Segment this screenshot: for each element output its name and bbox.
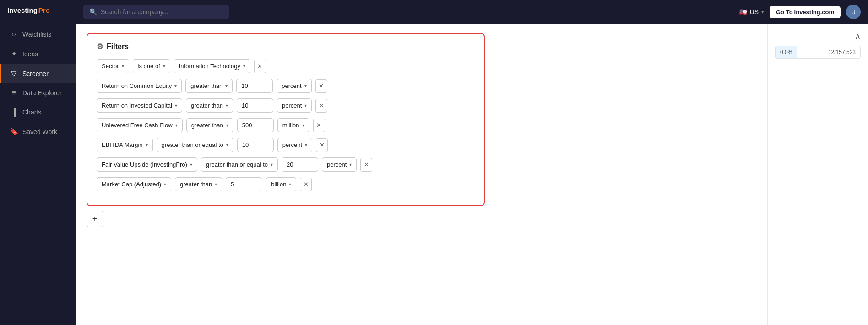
filter-value-roe[interactable] bbox=[236, 79, 273, 93]
sidebar-item-charts[interactable]: ▐ Charts bbox=[0, 103, 76, 122]
screener-icon: ▽ bbox=[10, 69, 18, 78]
filter-field-market-cap-label: Market Cap (Adjusted) bbox=[102, 181, 161, 188]
roe-op-chevron-icon: ▾ bbox=[225, 83, 228, 88]
go-to-label: Go To bbox=[776, 9, 793, 16]
filter-field-roic-label: Return on Invested Capital bbox=[102, 102, 172, 109]
filter-field-sector-label: Sector bbox=[102, 63, 119, 70]
filter-operator-fair-value[interactable]: greater than or equal to ▾ bbox=[201, 157, 278, 172]
add-filter-button[interactable]: + bbox=[87, 211, 103, 227]
ebitda-chevron-icon: ▾ bbox=[146, 142, 148, 147]
result-percentage: 0.0% bbox=[776, 46, 797, 58]
region-selector[interactable]: 🇺🇸 US ▾ bbox=[739, 8, 764, 16]
remove-filter-fcf[interactable]: ✕ bbox=[313, 119, 325, 132]
roic-chevron-icon: ▾ bbox=[175, 103, 177, 108]
sidebar-nav: ○ Watchlists ✦ Ideas ▽ Screener ≡ Data E… bbox=[0, 21, 76, 145]
filter-operator-roe-label: greater than bbox=[190, 82, 222, 89]
filters-panel: ⚙ Filters Sector ▾ is one of ▾ Informati… bbox=[87, 33, 485, 206]
sidebar-label-charts: Charts bbox=[22, 108, 41, 116]
search-box[interactable]: 🔍 Search for a company... bbox=[83, 5, 229, 19]
filter-field-roe[interactable]: Return on Common Equity ▾ bbox=[97, 79, 182, 93]
filter-value-ebitda[interactable] bbox=[237, 138, 274, 152]
market-cap-op-chevron-icon: ▾ bbox=[215, 182, 217, 187]
sidebar-item-saved-work[interactable]: 🔖 Saved Work bbox=[0, 122, 76, 141]
roic-unit-chevron-icon: ▾ bbox=[304, 103, 307, 108]
fcf-unit-chevron-icon: ▾ bbox=[302, 123, 304, 128]
sidebar-item-ideas[interactable]: ✦ Ideas bbox=[0, 44, 76, 64]
result-count: 12/157,523 bbox=[824, 46, 860, 58]
gear-icon: ⚙ bbox=[97, 42, 103, 51]
filter-value-sector[interactable]: Information Technology ▾ bbox=[174, 59, 250, 73]
filter-field-fair-value-label: Fair Value Upside (InvestingPro) bbox=[102, 161, 187, 168]
remove-filter-market-cap[interactable]: ✕ bbox=[300, 178, 312, 191]
filter-field-fair-value[interactable]: Fair Value Upside (InvestingPro) ▾ bbox=[97, 157, 197, 172]
filter-value-market-cap[interactable] bbox=[226, 177, 262, 191]
filter-operator-roic-label: greater than bbox=[191, 102, 223, 109]
sidebar-item-watchlists[interactable]: ○ Watchlists bbox=[0, 25, 76, 44]
filter-operator-ebitda-label: greater than or equal to bbox=[162, 141, 223, 148]
fcf-chevron-icon: ▾ bbox=[175, 123, 178, 128]
filter-value-fair-value[interactable] bbox=[282, 157, 318, 172]
sector-val-chevron-icon: ▾ bbox=[243, 64, 245, 69]
sidebar-label-watchlists: Watchlists bbox=[22, 31, 51, 38]
filter-row-roe: Return on Common Equity ▾ greater than ▾… bbox=[97, 79, 475, 93]
filter-row-market-cap: Market Cap (Adjusted) ▾ greater than ▾ b… bbox=[97, 177, 475, 191]
go-to-site: Investing.com bbox=[794, 9, 834, 16]
user-avatar[interactable]: U bbox=[846, 5, 861, 19]
topbar: 🔍 Search for a company... 🇺🇸 US ▾ Go To … bbox=[76, 0, 868, 24]
sidebar-label-data-explorer: Data Explorer bbox=[22, 89, 62, 97]
filter-unit-market-cap-label: billion bbox=[271, 181, 286, 188]
filter-field-roic[interactable]: Return on Invested Capital ▾ bbox=[97, 98, 182, 113]
sidebar-item-data-explorer[interactable]: ≡ Data Explorer bbox=[0, 83, 76, 103]
filter-field-ebitda[interactable]: EBITDA Margin ▾ bbox=[97, 138, 153, 152]
region-chevron-icon: ▾ bbox=[761, 9, 764, 15]
filter-operator-fcf[interactable]: greater than ▾ bbox=[186, 118, 233, 132]
ideas-icon: ✦ bbox=[10, 49, 18, 58]
remove-filter-roic[interactable]: ✕ bbox=[315, 99, 327, 113]
sidebar: InvestingPro ○ Watchlists ✦ Ideas ▽ Scre… bbox=[0, 0, 76, 325]
filter-operator-fcf-label: greater than bbox=[191, 122, 223, 129]
filter-field-market-cap[interactable]: Market Cap (Adjusted) ▾ bbox=[97, 177, 171, 191]
filter-operator-roic[interactable]: greater than ▾ bbox=[186, 98, 233, 113]
sector-chevron-icon: ▾ bbox=[122, 64, 124, 69]
filter-value-roic[interactable] bbox=[237, 98, 273, 113]
filter-unit-roe[interactable]: percent ▾ bbox=[277, 79, 311, 93]
sidebar-label-ideas: Ideas bbox=[22, 50, 38, 58]
fair-value-op-chevron-icon: ▾ bbox=[271, 162, 273, 167]
watchlists-icon: ○ bbox=[10, 30, 18, 38]
filters-header: ⚙ Filters bbox=[97, 42, 475, 51]
roe-unit-chevron-icon: ▾ bbox=[304, 83, 307, 88]
go-to-button[interactable]: Go To Investing.com bbox=[770, 6, 841, 18]
main-area: 🔍 Search for a company... 🇺🇸 US ▾ Go To … bbox=[76, 0, 868, 325]
sidebar-item-screener[interactable]: ▽ Screener bbox=[0, 64, 76, 83]
remove-filter-fair-value[interactable]: ✕ bbox=[360, 158, 372, 172]
filter-unit-fcf-label: million bbox=[282, 122, 299, 129]
filter-operator-sector[interactable]: is one of ▾ bbox=[133, 59, 170, 73]
filter-row-fair-value: Fair Value Upside (InvestingPro) ▾ great… bbox=[97, 157, 475, 172]
filters-title: Filters bbox=[107, 43, 129, 51]
filter-unit-roic[interactable]: percent ▾ bbox=[277, 98, 312, 113]
filter-unit-fair-value[interactable]: percent ▾ bbox=[322, 157, 357, 172]
filter-unit-ebitda-label: percent bbox=[282, 141, 302, 148]
search-placeholder: Search for a company... bbox=[101, 8, 168, 16]
collapse-button[interactable]: ∧ bbox=[855, 31, 861, 41]
sidebar-label-screener: Screener bbox=[22, 70, 49, 77]
filter-unit-fair-value-label: percent bbox=[327, 161, 347, 168]
filter-unit-ebitda[interactable]: percent ▾ bbox=[277, 138, 312, 152]
remove-filter-roe[interactable]: ✕ bbox=[315, 79, 327, 93]
filter-operator-roe[interactable]: greater than ▾ bbox=[185, 79, 233, 93]
ebitda-unit-chevron-icon: ▾ bbox=[305, 142, 307, 147]
remove-filter-ebitda[interactable]: ✕ bbox=[316, 138, 328, 152]
remove-filter-sector[interactable]: ✕ bbox=[254, 60, 266, 73]
filter-field-sector[interactable]: Sector ▾ bbox=[97, 59, 129, 73]
filter-field-fcf[interactable]: Unlevered Free Cash Flow ▾ bbox=[97, 118, 183, 132]
ebitda-op-chevron-icon: ▾ bbox=[226, 142, 228, 147]
fair-value-unit-chevron-icon: ▾ bbox=[349, 162, 352, 167]
filter-operator-ebitda[interactable]: greater than or equal to ▾ bbox=[157, 138, 233, 152]
filter-unit-fcf[interactable]: million ▾ bbox=[277, 118, 309, 132]
filter-operator-market-cap[interactable]: greater than ▾ bbox=[175, 177, 222, 191]
filter-operator-fair-value-label: greater than or equal to bbox=[206, 161, 268, 168]
saved-work-icon: 🔖 bbox=[10, 127, 18, 136]
market-cap-chevron-icon: ▾ bbox=[164, 182, 166, 187]
filter-value-fcf[interactable] bbox=[237, 118, 274, 132]
filter-unit-market-cap[interactable]: billion ▾ bbox=[266, 177, 296, 191]
